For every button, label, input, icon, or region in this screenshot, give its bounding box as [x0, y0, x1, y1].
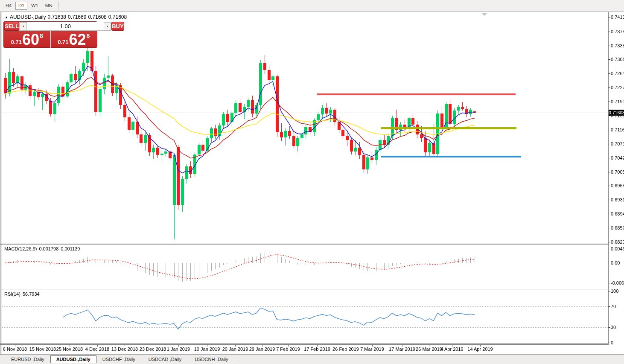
tab-usdcnh-daily[interactable]: USDCNH-,Daily — [189, 355, 234, 363]
rsi-label: RSI(14)56.7934 — [4, 291, 42, 297]
price-axis-label: 0.70790 — [611, 141, 624, 146]
price-axis-label: 0.70420 — [611, 155, 624, 160]
current-price-tag: 0.71608 — [609, 110, 624, 116]
time-axis-label: 17 Mar 2019 — [389, 347, 415, 352]
volume-decrease-button[interactable]: ▼ — [20, 22, 27, 30]
buy-button[interactable]: BUY — [111, 22, 124, 31]
price-axis-label: 0.74130 — [611, 15, 624, 20]
time-axis-label: 23 Dec 2018 — [140, 347, 166, 352]
time-axis-label: 4 Dec 2018 — [85, 347, 109, 352]
sell-price[interactable]: 0.71 60 8 — [4, 31, 51, 48]
macd-axis-label: 0.004694 — [611, 246, 624, 251]
time-axis-label: 20 Jan 2019 — [222, 347, 248, 352]
volume-increase-button[interactable]: ▲ — [104, 22, 111, 30]
time-axis-label: 7 Feb 2019 — [276, 347, 300, 352]
price-axis-label: 0.72270 — [611, 85, 624, 90]
price-axis-label: 0.69310 — [611, 197, 624, 202]
time-axis-label: 1 Jan 2019 — [167, 347, 190, 352]
tab-separator — [188, 357, 188, 362]
time-axis-label: 25 Nov 2018 — [56, 347, 83, 352]
price-axis-label: 0.68570 — [611, 225, 624, 230]
rsi-axis-label: 70 — [611, 304, 616, 309]
symbol-marker-icon: ▲ — [5, 15, 8, 19]
price-axis-label: 0.69680 — [611, 183, 624, 188]
trading-terminal-window: H4D1W1MN ▲AUDUSD-,Daily0.716380.716690.7… — [0, 0, 624, 364]
tab-audusd-daily[interactable]: AUDUSD-,Daily — [50, 355, 96, 363]
macd-axis-label: 0.00 — [611, 260, 620, 265]
rsi-axis-label: 30 — [611, 325, 616, 330]
volume-input[interactable] — [27, 22, 104, 30]
time-axis-label: 13 Dec 2018 — [111, 347, 138, 352]
macd-axis-label: -0.00639 — [611, 280, 624, 285]
timeframe-button-d1[interactable]: D1 — [15, 2, 27, 10]
volume-stepper: ▼ ▲ — [19, 22, 111, 31]
time-axis-label: 26 Feb 2019 — [332, 347, 359, 352]
price-axis-label: 0.70050 — [611, 169, 624, 175]
rsi-name: RSI(14) — [4, 291, 20, 297]
tab-usdcad-daily[interactable]: USDCAD-,Daily — [143, 355, 188, 363]
toolbar-separator — [58, 1, 59, 10]
rsi-value: 56.7934 — [23, 291, 40, 297]
macd-label: MACD(12,26,9)0.0017980.001139 — [4, 246, 82, 251]
timeframe-button-mn[interactable]: MN — [42, 2, 55, 10]
time-axis-label: 15 Nov 2018 — [29, 347, 56, 352]
macd-value-signal: 0.001139 — [61, 246, 80, 251]
price-axis-label: 0.73380 — [611, 43, 624, 48]
buy-price-pip: 6 — [87, 32, 90, 39]
price-axis-label: 0.73750 — [611, 29, 624, 34]
rsi-axis-label: 100 — [611, 288, 618, 294]
price-axis-label: 0.72640 — [611, 71, 624, 76]
tab-eurusd-daily[interactable]: EURUSD-,Daily — [5, 355, 50, 363]
symbol-info-line: ▲AUDUSD-,Daily0.716380.716690.716080.716… — [5, 14, 128, 20]
time-axis-label: 14 Apr 2019 — [467, 347, 493, 352]
one-click-trading-panel: SELL ▼ ▲ BUY 0.71 60 8 0.71 62 6 — [3, 21, 97, 48]
time-axis-label: 6 Nov 2018 — [3, 347, 27, 352]
time-axis-label: 10 Jan 2019 — [194, 347, 220, 352]
symbol-name: AUDUSD-,Daily — [10, 14, 46, 20]
buy-price-big: 62 — [69, 32, 86, 47]
price-axis-label: 0.68200 — [611, 239, 624, 245]
price-axis-label: 0.71900 — [611, 99, 624, 104]
ohlc-low: 0.71608 — [88, 14, 106, 20]
timeframe-button-h4[interactable]: H4 — [3, 2, 15, 10]
ohlc-close: 0.71608 — [108, 14, 127, 20]
timeframe-toolbar: H4D1W1MN — [0, 0, 624, 12]
time-axis-label: 29 Jan 2019 — [249, 347, 275, 352]
sell-button[interactable]: SELL — [4, 22, 19, 31]
rsi-axis-label: 0 — [611, 340, 613, 345]
timeframe-button-w1[interactable]: W1 — [28, 2, 41, 10]
time-axis-label: 7 Mar 2019 — [360, 347, 384, 352]
sell-price-prefix: 0.71 — [11, 39, 22, 45]
price-axis-label: 0.68940 — [611, 211, 624, 216]
buy-price-prefix: 0.71 — [58, 39, 68, 45]
sell-price-pip: 8 — [40, 32, 43, 39]
macd-value-main: 0.001798 — [39, 246, 58, 251]
chart-canvas[interactable] — [0, 0, 624, 364]
buy-price[interactable]: 0.71 62 6 — [51, 31, 97, 48]
time-axis-label: 26 Mar 2019 — [416, 347, 442, 352]
symbol-tab-bar: EURUSD-,DailyAUDUSD-,DailyUSDCHF-,DailyU… — [0, 354, 624, 364]
tab-separator — [235, 357, 235, 362]
tab-usdchf-daily[interactable]: USDCHF-,Daily — [96, 355, 141, 363]
ohlc-high: 0.71669 — [68, 14, 86, 20]
macd-name: MACD(12,26,9) — [4, 246, 37, 251]
sell-price-big: 60 — [22, 32, 39, 47]
tab-separator — [142, 357, 142, 362]
time-axis-label: 17 Feb 2019 — [304, 347, 330, 352]
ohlc-open: 0.71638 — [48, 14, 66, 20]
price-axis-label: 0.71160 — [611, 127, 624, 132]
time-axis-label: 4 Apr 2019 — [440, 347, 463, 352]
price-axis-label: 0.73010 — [611, 57, 624, 62]
